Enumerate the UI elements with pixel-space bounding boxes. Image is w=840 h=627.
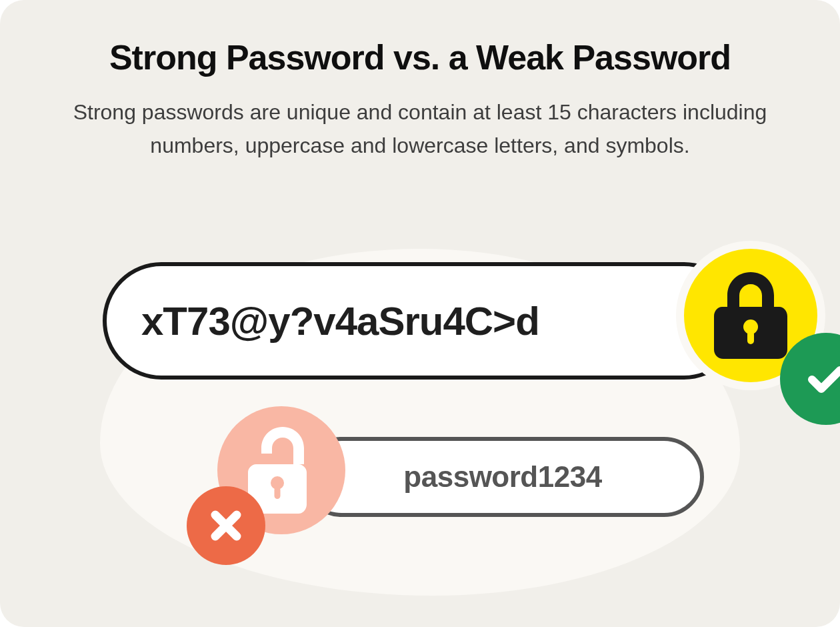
lock-closed-icon (714, 272, 787, 359)
weak-password-text: password1234 (403, 460, 601, 494)
lock-open-icon (248, 427, 315, 514)
svg-rect-3 (275, 487, 281, 499)
page-title: Strong Password vs. a Weak Password (43, 37, 797, 77)
x-icon-badge (187, 486, 265, 565)
infographic-card: Strong Password vs. a Weak Password Stro… (0, 0, 840, 627)
weak-password-pill: password1234 (301, 437, 704, 517)
page-subtitle: Strong passwords are unique and contain … (67, 96, 773, 162)
strong-password-pill: xT73@y?v4aSru4C>d (103, 262, 743, 380)
svg-rect-1 (747, 331, 754, 344)
illustration-area: xT73@y?v4aSru4C>d password1234 (43, 209, 797, 569)
strong-password-text: xT73@y?v4aSru4C>d (141, 298, 539, 344)
x-icon (207, 507, 245, 544)
check-icon (803, 356, 840, 402)
